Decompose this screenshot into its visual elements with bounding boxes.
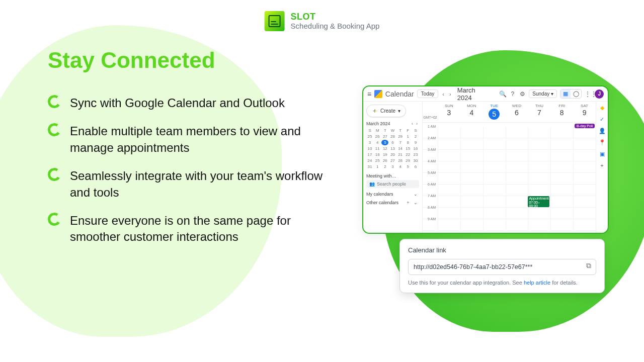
bullet-text: Seamlessly integrate with your team's wo… xyxy=(70,168,330,201)
prev-week-button[interactable]: ‹ xyxy=(441,91,445,97)
chevron-down-icon[interactable]: ⌄ xyxy=(414,200,419,205)
mini-calendar[interactable]: SMTWTFS252627282912345678910111213141516… xyxy=(366,128,419,169)
settings-icon[interactable]: ⚙ xyxy=(519,90,526,98)
bullet-icon xyxy=(47,122,62,137)
today-button[interactable]: Today xyxy=(417,89,439,98)
gcal-logo-icon xyxy=(374,90,382,98)
current-month-label: March 2024 xyxy=(457,86,491,102)
page-headline: Stay Connected xyxy=(48,48,215,73)
meeting-with-label: Meeting with… xyxy=(366,173,419,178)
calendar-toolbar: ≡ Calendar Today ‹ › March 2024 🔍 ? ⚙ Su… xyxy=(363,86,608,102)
google-calendar-panel: ≡ Calendar Today ‹ › March 2024 🔍 ? ⚙ Su… xyxy=(362,85,609,234)
copy-icon[interactable]: ⧉ xyxy=(586,261,591,270)
addon-icon[interactable]: ▣ xyxy=(600,151,605,157)
next-week-button[interactable]: › xyxy=(448,91,452,97)
side-rail: ◆ ✓ 👤 📍 ▣ + xyxy=(596,102,608,233)
other-calendars-label[interactable]: Other calendars xyxy=(366,200,398,205)
tasks-icon[interactable]: ✓ xyxy=(600,116,604,123)
plus-icon: ＋ xyxy=(372,107,378,115)
calendar-app-name: Calendar xyxy=(385,90,414,98)
mini-next-icon[interactable]: › xyxy=(415,121,419,126)
person-icon: 👥 xyxy=(369,182,375,187)
apps-icon[interactable]: ⋮⋮⋮ xyxy=(585,90,592,98)
add-panel-icon[interactable]: + xyxy=(600,162,603,168)
chevron-down-icon: ▾ xyxy=(398,108,400,114)
calendar-link-input[interactable] xyxy=(408,259,596,275)
menu-icon[interactable]: ≡ xyxy=(367,90,371,98)
brand-title: SLOT xyxy=(291,12,380,22)
chevron-down-icon[interactable]: ⌄ xyxy=(414,192,419,197)
view-selector[interactable]: Sunday▾ xyxy=(529,89,557,98)
contacts-icon[interactable]: 👤 xyxy=(599,128,606,134)
slot-logo-icon xyxy=(265,11,285,31)
bullet-icon xyxy=(47,94,62,109)
bullet-icon xyxy=(47,212,62,227)
brand-subtitle: Scheduling & Booking App xyxy=(291,22,380,31)
calendar-link-card: Calendar link ⧉ Use this for your calend… xyxy=(399,239,605,293)
account-avatar[interactable]: J xyxy=(595,89,604,99)
help-article-link[interactable]: help article xyxy=(524,280,550,286)
bullet-icon xyxy=(47,167,62,182)
search-people-input[interactable]: 👥 Search people xyxy=(366,180,419,188)
task-view-icon: ◯ xyxy=(571,89,582,98)
appointment-event[interactable]: Appointment07:00–08:00 xyxy=(528,196,549,207)
add-calendar-icon[interactable]: + xyxy=(407,200,411,205)
bullet-text: Sync with Google Calendar and Outlook xyxy=(70,95,285,111)
bullet-text: Ensure everyone is on the same page for … xyxy=(70,213,330,245)
brand-header: SLOT Scheduling & Booking App xyxy=(265,11,380,31)
keep-icon[interactable]: ◆ xyxy=(600,105,604,111)
calendar-view-icon: ▦ xyxy=(560,89,571,98)
maps-icon[interactable]: 📍 xyxy=(599,139,606,146)
bullet-text: Enable multiple team members to view and… xyxy=(70,123,330,156)
mini-prev-icon[interactable]: ‹ xyxy=(410,121,415,126)
search-icon[interactable]: 🔍 xyxy=(499,90,506,98)
mini-month-label: March 2024 xyxy=(366,121,390,126)
calendar-grid[interactable]: GMT+02SUN3MON4TUE5WED6THU7FRI8SAT9 B-day… xyxy=(423,102,596,233)
help-icon[interactable]: ? xyxy=(509,90,516,98)
create-button[interactable]: ＋ Create ▾ xyxy=(366,105,406,117)
my-calendars-label[interactable]: My calendars xyxy=(366,192,393,197)
layout-toggle[interactable]: ▦ ◯ xyxy=(560,89,582,99)
feature-list: Sync with Google Calendar and OutlookEna… xyxy=(48,83,330,245)
calendar-sidebar: ＋ Create ▾ March 2024 ‹› SMTWTFS25262728… xyxy=(363,102,423,233)
link-card-title: Calendar link xyxy=(408,246,596,254)
link-help-text: Use this for your calendar app integrati… xyxy=(408,280,596,286)
